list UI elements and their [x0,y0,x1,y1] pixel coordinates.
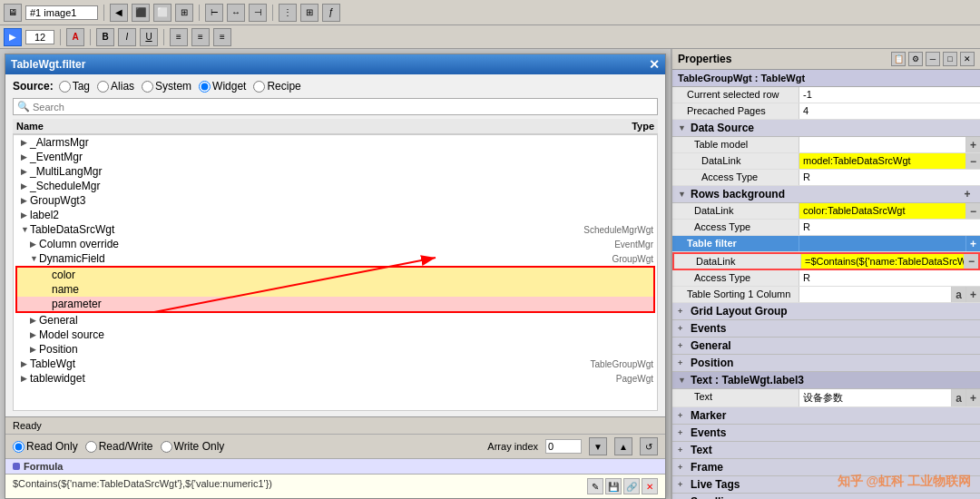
prop-add-button2[interactable]: + [965,389,980,406]
group-events[interactable]: + Events [672,320,980,338]
list-item[interactable]: ▶ TableWgt TableGroupWgt [14,357,657,371]
array-refresh-button[interactable]: ↺ [640,437,658,455]
align-left-icon[interactable]: ≡ [170,28,188,46]
prop-precached: Precached Pages 4 [672,103,980,120]
list-item[interactable]: ▶ label2 [14,208,657,222]
group-position[interactable]: + Position [672,355,980,372]
italic-icon[interactable]: I [118,28,136,46]
prop-value[interactable]: model:TableDataSrcWgt [799,153,965,169]
prop-value[interactable]: 设备参数 [799,389,951,406]
formula-save-button[interactable]: 💾 [605,478,622,494]
group-data-source[interactable]: ▼ Data Source [672,120,980,137]
group-table-filter[interactable]: Table filter + [672,236,980,252]
list-item[interactable]: ▶ Column override EventMgr [14,237,657,251]
radio-widget[interactable]: Widget [199,80,246,93]
prop-remove-button[interactable]: − [965,203,980,219]
source-radio-group: Tag Alias System Widget Recipe [59,80,301,93]
properties-body[interactable]: Current selected row -1 Precached Pages … [672,87,980,499]
group-text2[interactable]: + Text [672,442,980,459]
group-general[interactable]: + General [672,338,980,355]
group-grid-layout[interactable]: + Grid Layout Group [672,303,980,320]
group-text-label3[interactable]: ▼ Text : TableWgt.label3 [672,372,980,389]
props-maximize-button[interactable]: □ [943,52,957,66]
props-icon1[interactable]: 📋 [891,52,906,66]
list-item[interactable]: name [17,282,653,297]
snap-icon[interactable]: ⋮ [279,4,297,22]
list-item[interactable]: ▶ _EventMgr [14,150,657,164]
formula-edit-button[interactable]: ✎ [587,478,603,494]
list-item[interactable]: ▶ _ScheduleMgr [14,179,657,193]
access-readwrite[interactable]: Read/Write [85,440,153,453]
table-filter-add-button[interactable]: + [965,236,980,251]
func-icon[interactable]: ƒ [322,4,340,22]
monitor-icon[interactable]: 🖥 [4,4,22,22]
prop-value[interactable]: R [799,220,980,235]
prop-value[interactable]: =$Contains(${'name:TableDataSrcW [801,254,964,269]
list-item[interactable]: ▶ Model source [14,328,657,342]
run-icon[interactable]: ▶ [4,28,22,46]
prop-value[interactable]: R [799,170,980,185]
prop-value[interactable] [799,287,951,302]
search-input[interactable] [33,102,653,113]
prop-value[interactable]: R [799,270,980,286]
prop-remove-button[interactable]: − [964,254,978,269]
array-index-input[interactable] [545,439,582,454]
access-writeonly[interactable]: Write Only [161,440,225,453]
array-increment-button[interactable]: ▲ [614,437,632,455]
radio-system[interactable]: System [142,80,191,93]
prop-value[interactable]: -1 [799,87,980,103]
tool3-icon[interactable]: ⬜ [153,4,172,22]
prop-label: Precached Pages [672,103,799,119]
grid-icon[interactable]: ⊞ [300,4,318,22]
tree-area[interactable]: ▶ _AlarmsMgr ▶ _EventMgr ▶ _MultiLangMgr [13,134,658,411]
dialog-close-button[interactable]: ✕ [649,57,660,72]
prop-value[interactable]: color:TableDataSrcWgt [799,203,965,219]
list-item[interactable]: ▶ _MultiLangMgr [14,164,657,179]
formula-delete-button[interactable]: ✕ [642,478,658,494]
props-minimize-button[interactable]: ─ [926,52,940,66]
group-frame[interactable]: + Frame [672,459,980,476]
prop-add-button[interactable]: + [960,188,975,201]
image-selector[interactable]: #1 image1 [25,5,98,20]
access-readonly[interactable]: Read Only [13,440,78,453]
radio-recipe[interactable]: Recipe [253,80,300,93]
list-item[interactable]: color [17,268,653,282]
group-marker[interactable]: + Marker [672,407,980,425]
prop-value[interactable]: 4 [799,103,980,119]
bold-icon[interactable]: B [96,28,114,46]
list-item[interactable]: ▼ DynamicField GroupWgt [14,251,657,266]
formula-link-button[interactable]: 🔗 [623,478,640,494]
group-live-tags[interactable]: + Live Tags [672,476,980,494]
tool4-icon[interactable]: ⊞ [175,4,193,22]
list-item[interactable]: ▶ GroupWgt3 [14,193,657,208]
align-center-icon[interactable]: ≡ [191,28,210,46]
group-events2[interactable]: + Events [672,425,980,442]
group-scrolling[interactable]: + Scrolling [672,494,980,499]
align3-icon[interactable]: ⊣ [249,4,267,22]
group-rows-bg[interactable]: ▼ Rows background + [672,186,980,203]
prop-add-button[interactable]: a [951,389,965,406]
list-item[interactable]: ▶ General [14,313,657,328]
align-right-icon[interactable]: ≡ [213,28,231,46]
underline-icon[interactable]: U [140,28,158,46]
prop-add-button[interactable]: + [965,137,980,152]
tool2-icon[interactable]: ⬛ [132,4,150,22]
prop-add-button[interactable]: a [951,287,965,302]
align1-icon[interactable]: ⊢ [205,4,223,22]
prop-add-button2[interactable]: + [965,287,980,302]
list-item[interactable]: ▼ TableDataSrcWgt ScheduleMgrWgt [14,222,657,237]
radio-alias[interactable]: Alias [97,80,134,93]
list-item[interactable]: ▶ _AlarmsMgr [14,135,657,150]
prop-remove-button[interactable]: − [965,153,980,169]
font-color-icon[interactable]: A [66,28,84,46]
list-item[interactable]: parameter [17,297,653,311]
font-size-input[interactable]: 12 [25,30,54,44]
radio-tag[interactable]: Tag [59,80,90,93]
list-item[interactable]: ▶ tablewidget PageWgt [14,371,657,386]
props-icon2[interactable]: ⚙ [908,52,923,66]
array-decrement-button[interactable]: ▼ [589,437,607,455]
list-item[interactable]: ▶ Position [14,342,657,357]
tool1-icon[interactable]: ◀ [110,4,128,22]
props-close-button[interactable]: ✕ [960,52,975,66]
align2-icon[interactable]: ↔ [227,4,245,22]
